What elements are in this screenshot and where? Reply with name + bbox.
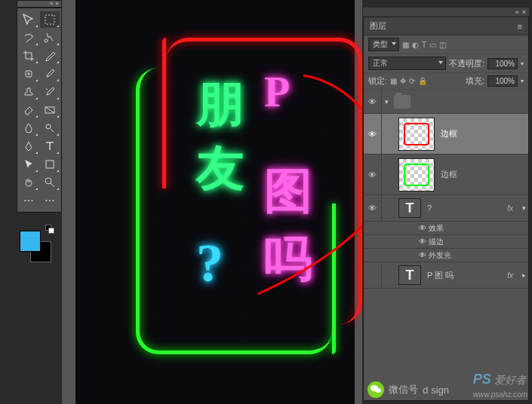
history-brush-tool[interactable] <box>40 84 60 100</box>
filter-pixel-icon[interactable]: ▦ <box>402 41 409 49</box>
visibility-icon[interactable]: 👁 <box>417 249 429 262</box>
type-tool[interactable] <box>40 138 60 155</box>
layer-effect-stroke[interactable]: 👁 描边 <box>364 235 528 249</box>
layer-name[interactable]: ? <box>424 204 507 213</box>
effect-name: 描边 <box>429 237 444 247</box>
neon-char-1: 朋 <box>196 72 244 137</box>
layer-name[interactable]: 边框 <box>438 169 528 180</box>
type-layer-icon: T <box>398 265 421 285</box>
chevron-down-icon[interactable]: ▾ <box>521 60 524 67</box>
layer-frame-green[interactable]: 👁 边框 <box>364 155 528 195</box>
svg-point-6 <box>45 178 51 184</box>
toolbox-titlebar[interactable]: « × <box>17 0 62 8</box>
visibility-icon[interactable]: 👁 <box>417 222 429 234</box>
svg-point-1 <box>45 39 48 42</box>
fill-input[interactable]: 100% <box>487 75 518 87</box>
lock-all-icon[interactable]: 🔒 <box>418 77 427 85</box>
visibility-icon[interactable]: 👁 <box>417 235 429 248</box>
dodge-tool[interactable] <box>40 120 60 136</box>
filter-adjust-icon[interactable]: ◐ <box>412 41 419 49</box>
chevron-down-icon[interactable]: ▾ <box>521 78 524 84</box>
watermark-brand: PS <box>473 372 491 387</box>
collapse-icon[interactable]: « <box>50 1 53 7</box>
wechat-label: 微信号 <box>389 383 418 396</box>
visibility-icon[interactable]: 👁 <box>364 90 382 113</box>
tools-panel: ··· ··· <box>17 8 62 213</box>
visibility-icon[interactable]: 👁 <box>364 195 382 221</box>
layer-text-q[interactable]: 👁 T ? fx ▾ <box>364 195 528 222</box>
layer-thumbnail[interactable] <box>398 118 435 151</box>
filter-type-icon[interactable]: T <box>422 41 426 49</box>
foreground-color[interactable] <box>20 231 41 252</box>
layers-panel: 图层 ≡ 类型 ▦ ◐ T ▭ ◫ 正常 不透明度: 100% ▾ 锁定: ▦ … <box>363 17 529 401</box>
neon-char-6: 吗 <box>264 226 312 292</box>
filter-shape-icon[interactable]: ▭ <box>429 41 436 49</box>
visibility-icon[interactable] <box>364 262 382 288</box>
quick-select-tool[interactable] <box>40 29 60 46</box>
svg-rect-0 <box>45 15 54 24</box>
neon-char-4: 图 <box>264 158 312 224</box>
blend-mode-dropdown[interactable]: 正常 <box>368 57 446 70</box>
shape-tool[interactable] <box>40 156 60 173</box>
color-swatches[interactable] <box>18 225 60 267</box>
path-select-tool[interactable] <box>19 156 38 173</box>
layer-effect-outerglow[interactable]: 👁 外发光 <box>364 249 528 262</box>
hand-tool[interactable] <box>19 174 38 191</box>
layer-effects-header[interactable]: 👁 效果 <box>364 222 528 235</box>
folder-icon <box>394 95 411 109</box>
neon-char-3: 友 <box>196 136 244 201</box>
artboard[interactable]: 朋 P 友 图 ? 吗 <box>75 0 355 404</box>
edit-toolbar[interactable]: ··· <box>40 192 60 209</box>
wechat-icon <box>367 381 384 398</box>
extra-tool[interactable]: ··· <box>19 192 38 209</box>
filter-smart-icon[interactable]: ◫ <box>439 41 446 49</box>
layer-name[interactable]: P 图 吗 <box>424 270 507 281</box>
neon-char-5: ? <box>196 232 223 295</box>
visibility-icon[interactable]: 👁 <box>364 155 382 194</box>
lock-pixels-icon[interactable]: ▦ <box>390 77 397 85</box>
chevron-right-icon[interactable]: ▸ <box>519 271 528 279</box>
stamp-tool[interactable] <box>19 84 38 100</box>
eraser-tool[interactable] <box>19 102 38 118</box>
type-layer-icon: T <box>398 198 421 218</box>
watermark: PS 爱好者 www.psahz.com <box>473 372 527 399</box>
lock-position-icon[interactable]: ✥ <box>400 77 406 85</box>
neon-char-2: P <box>264 68 290 116</box>
swap-colors-icon[interactable] <box>45 225 56 235</box>
lock-row: 锁定: ▦ ✥ ⟳ 🔒 填充: 100% ▾ <box>364 73 528 90</box>
lasso-tool[interactable] <box>19 29 38 46</box>
effects-label: 效果 <box>429 223 444 234</box>
effect-name: 外发光 <box>429 250 451 261</box>
lock-artboard-icon[interactable]: ⟳ <box>409 77 415 85</box>
visibility-icon[interactable]: 👁 <box>364 114 382 154</box>
opacity-input[interactable]: 100% <box>487 58 518 69</box>
close-icon[interactable]: × <box>55 1 59 7</box>
brush-tool[interactable] <box>40 66 60 82</box>
healing-tool[interactable] <box>19 66 38 82</box>
eyedropper-tool[interactable] <box>40 47 60 64</box>
zoom-tool[interactable] <box>40 174 60 191</box>
panel-title-text: 图层 <box>370 20 386 32</box>
move-tool[interactable] <box>19 11 38 28</box>
fx-badge[interactable]: fx <box>507 204 519 213</box>
marquee-tool[interactable] <box>40 11 60 28</box>
chevron-down-icon[interactable]: ▾ <box>382 98 391 106</box>
wechat-badge: 微信号 d sign <box>367 381 449 398</box>
filter-kind-dropdown[interactable]: 类型 <box>368 38 399 51</box>
fx-badge[interactable]: fx <box>507 271 519 280</box>
layer-name[interactable]: 边框 <box>438 128 528 139</box>
chevron-down-icon[interactable]: ▾ <box>519 204 528 212</box>
panel-titlebar[interactable]: « × <box>363 8 529 17</box>
pen-tool[interactable] <box>19 138 38 155</box>
close-icon[interactable]: × <box>522 8 526 16</box>
collapse-icon[interactable]: « <box>515 8 519 16</box>
svg-rect-5 <box>46 161 54 168</box>
gradient-tool[interactable] <box>40 102 60 118</box>
layer-thumbnail[interactable] <box>398 158 435 191</box>
layer-group[interactable]: 👁 ▾ <box>364 90 528 114</box>
panel-menu-icon[interactable]: ≡ <box>518 22 522 31</box>
layer-text-ptu[interactable]: T P 图 吗 fx ▸ <box>364 262 528 289</box>
layer-frame-red[interactable]: 👁 边框 <box>364 114 528 155</box>
crop-tool[interactable] <box>19 47 38 64</box>
blur-tool[interactable] <box>19 120 38 136</box>
